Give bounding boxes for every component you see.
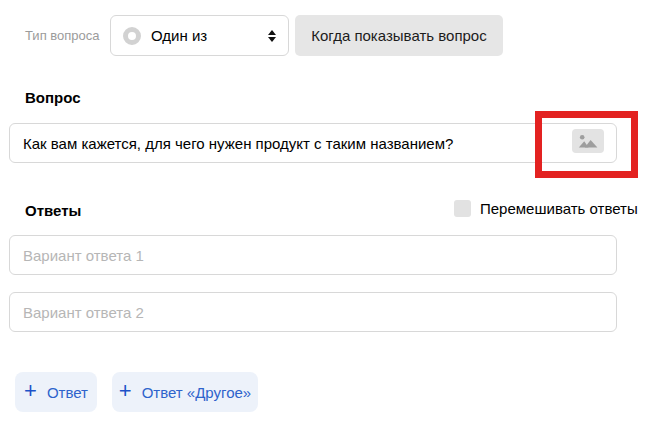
- add-answer-label: Ответ: [47, 384, 88, 401]
- plus-icon: +: [24, 381, 37, 401]
- arrow-down-icon: [268, 37, 276, 42]
- shuffle-answers-toggle[interactable]: Перемешивать ответы: [454, 200, 638, 217]
- answers-section-label: Ответы: [25, 203, 81, 218]
- question-input[interactable]: [9, 123, 617, 163]
- add-other-answer-button[interactable]: + Ответ «Другое»: [112, 372, 258, 412]
- question-type-select[interactable]: Один из: [110, 15, 289, 56]
- show-condition-button[interactable]: Когда показывать вопрос: [295, 15, 503, 56]
- shuffle-checkbox-label: Перемешивать ответы: [480, 200, 638, 217]
- single-choice-radio-icon: [123, 27, 141, 45]
- question-editor: Тип вопроса Один из Когда показывать воп…: [0, 0, 650, 423]
- answer-option-input-2[interactable]: [9, 292, 617, 332]
- question-section-label: Вопрос: [25, 90, 81, 105]
- question-type-label: Тип вопроса: [25, 28, 100, 43]
- answer-option-input-1[interactable]: [9, 235, 617, 275]
- image-icon: [578, 133, 598, 149]
- select-arrows-icon: [268, 30, 276, 42]
- shuffle-checkbox[interactable]: [454, 200, 471, 217]
- question-type-value: Один из: [151, 27, 268, 44]
- add-other-answer-label: Ответ «Другое»: [142, 384, 252, 401]
- attach-image-button[interactable]: [572, 129, 604, 153]
- plus-icon: +: [119, 381, 132, 401]
- arrow-up-icon: [268, 30, 276, 35]
- add-answer-button[interactable]: + Ответ: [15, 372, 97, 412]
